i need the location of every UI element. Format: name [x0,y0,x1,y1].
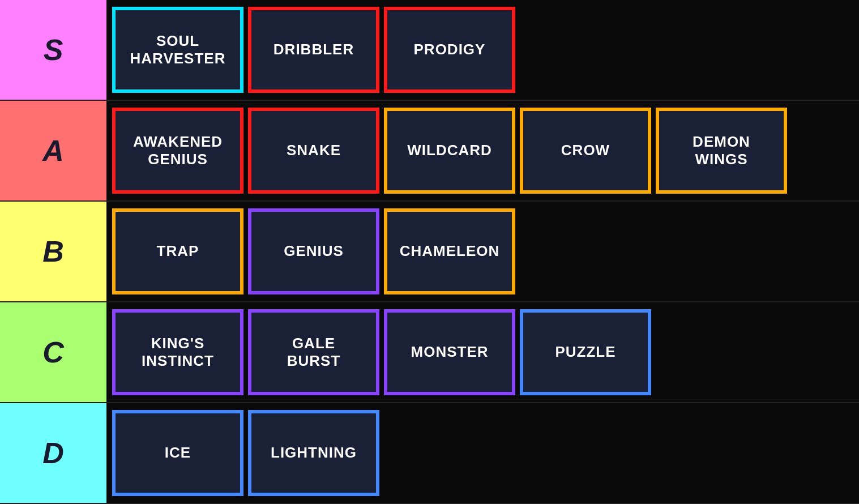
tier-label-c: C [0,302,106,402]
cell-label: CROW [561,142,610,159]
tier-cells-a: AWAKENED GENIUS SNAKE WILDCARD CROW DEMO… [106,101,859,200]
cell-trap[interactable]: TRAP [112,208,243,294]
tier-cells-d: ICE LIGHTNING [106,403,859,503]
cell-label: AWAKENED GENIUS [133,133,223,168]
tier-row-a: A AWAKENED GENIUS SNAKE WILDCARD CROW DE… [0,101,859,202]
cell-puzzle[interactable]: PUZZLE [520,309,651,395]
tier-cells-b: TRAP GENIUS CHAMELEON [106,202,859,301]
cell-label: SNAKE [287,142,341,159]
cell-label: DEMON WINGS [693,133,750,168]
cell-label: CHAMELEON [400,242,500,260]
cell-label: SOUL HARVESTER [130,32,226,67]
tier-row-c: C KING'S INSTINCT GALE BURST MONSTER PUZ… [0,302,859,403]
tier-cells-c: KING'S INSTINCT GALE BURST MONSTER PUZZL… [106,302,859,402]
cell-dribbler[interactable]: DRIBBLER [248,7,379,93]
tier-row-d: D ICE LIGHTNING [0,403,859,504]
tier-label-s: S [0,0,106,100]
cell-wildcard[interactable]: WILDCARD [384,108,515,194]
cell-gale-burst[interactable]: GALE BURST [248,309,379,395]
cell-chameleon[interactable]: CHAMELEON [384,208,515,294]
cell-soul-harvester[interactable]: SOUL HARVESTER [112,7,243,93]
tier-row-b: B TRAP GENIUS CHAMELEON [0,202,859,302]
cell-label: PRODIGY [414,41,486,58]
cell-label: GALE BURST [287,335,341,370]
cell-ice[interactable]: ICE [112,410,243,496]
cell-label: LIGHTNING [271,444,357,462]
cell-prodigy[interactable]: PRODIGY [384,7,515,93]
cell-label: ICE [165,444,191,462]
cell-label: DRIBBLER [273,41,354,58]
cell-lightning[interactable]: LIGHTNING [248,410,379,496]
tier-row-s: S SOUL HARVESTER DRIBBLER PRODIGY [0,0,859,101]
cell-demon-wings[interactable]: DEMON WINGS [656,108,787,194]
tier-label-a: A [0,101,106,200]
tier-label-d: D [0,403,106,503]
tier-cells-s: SOUL HARVESTER DRIBBLER PRODIGY [106,0,859,100]
cell-label: TRAP [157,242,199,260]
tier-list: S SOUL HARVESTER DRIBBLER PRODIGY A AWAK… [0,0,859,504]
cell-label: GENIUS [284,242,344,260]
cell-genius[interactable]: GENIUS [248,208,379,294]
cell-snake[interactable]: SNAKE [248,108,379,194]
cell-label: KING'S INSTINCT [142,335,214,370]
cell-monster[interactable]: MONSTER [384,309,515,395]
cell-label: MONSTER [411,343,489,361]
cell-label: WILDCARD [407,142,492,159]
cell-label: PUZZLE [555,343,616,361]
tier-label-b: B [0,202,106,301]
cell-awakened-genius[interactable]: AWAKENED GENIUS [112,108,243,194]
cell-kings-instinct[interactable]: KING'S INSTINCT [112,309,243,395]
cell-crow[interactable]: CROW [520,108,651,194]
